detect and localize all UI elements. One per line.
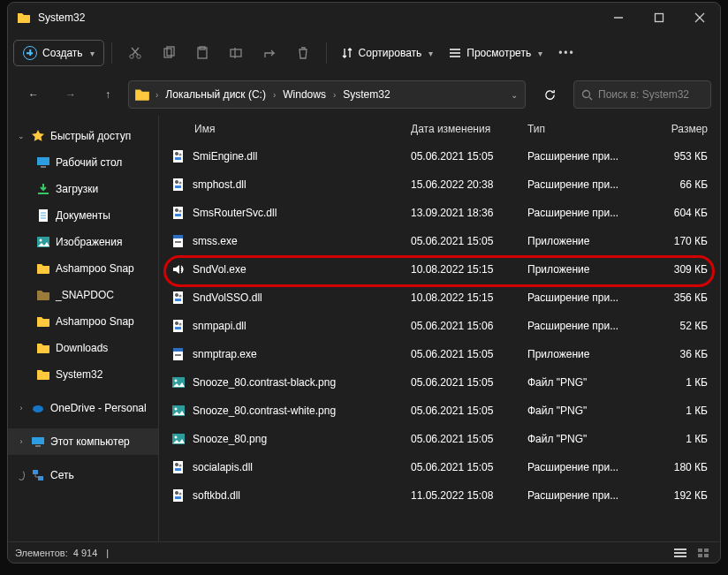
up-button[interactable]: ↑ [91, 79, 125, 110]
breadcrumb[interactable]: › Локальный диск (C:) › Windows › System… [128, 80, 526, 109]
file-name: SmsRouterSvc.dll [193, 207, 277, 219]
file-name: snmptrap.exe [193, 348, 257, 360]
file-name: SndVolSSO.dll [193, 291, 262, 304]
col-name[interactable]: Имя [159, 123, 411, 135]
new-button[interactable]: Создать ▾ [13, 40, 104, 66]
chevron-down-icon[interactable]: ⌄ [17, 132, 26, 140]
sidebar-onedrive[interactable]: › OneDrive - Personal [8, 395, 158, 421]
sidebar-network[interactable]: Сеть [8, 462, 158, 488]
forward-button[interactable]: → [54, 79, 87, 110]
copy-button[interactable] [153, 39, 185, 67]
file-name: smss.exe [193, 235, 238, 247]
cloud-icon [31, 401, 45, 415]
file-row[interactable]: SndVol.exe10.08.2022 15:15Приложение309 … [159, 255, 720, 284]
delete-button[interactable] [287, 39, 319, 67]
minimize-button[interactable] [598, 3, 639, 33]
file-row[interactable]: snmpapi.dll05.06.2021 15:06Расширение пр… [159, 312, 720, 340]
more-button[interactable]: ••• [551, 39, 582, 67]
chevron-down-icon[interactable]: ⌄ [511, 90, 518, 100]
file-date: 11.05.2022 15:08 [411, 489, 527, 502]
file-row[interactable]: softkbd.dll11.05.2022 15:08Расширение пр… [159, 481, 720, 510]
column-headers[interactable]: Имя Дата изменения Тип Размер [159, 116, 720, 142]
thumbnails-view-button[interactable] [694, 545, 713, 561]
svg-rect-74 [674, 552, 686, 554]
svg-rect-49 [175, 299, 181, 301]
svg-point-72 [179, 493, 182, 496]
paste-button[interactable] [186, 39, 218, 67]
chevron-down-icon: ▾ [428, 49, 433, 58]
maximize-button[interactable] [639, 3, 679, 33]
svg-point-50 [175, 293, 178, 297]
status-bar: Элементов: 4 914 | [8, 541, 720, 563]
share-button[interactable] [254, 39, 285, 67]
svg-point-55 [179, 323, 182, 326]
file-row[interactable]: smphost.dll15.06.2022 20:38Расширение пр… [159, 170, 720, 199]
chevron-right-icon[interactable]: › [17, 437, 26, 446]
file-type: Файл "PNG" [527, 376, 644, 389]
file-date: 05.06.2021 15:06 [411, 320, 527, 332]
file-row[interactable]: Snooze_80.contrast-black.png05.06.2021 1… [159, 368, 720, 397]
file-row[interactable]: SmsRouterSvc.dll13.09.2021 18:36Расширен… [159, 199, 720, 227]
refresh-button[interactable] [533, 79, 566, 110]
svg-rect-12 [231, 49, 241, 57]
chevron-right-icon[interactable]: › [17, 404, 26, 412]
breadcrumb-item[interactable]: Локальный диск (C:) [160, 88, 271, 101]
file-type: Файл "PNG" [527, 405, 644, 417]
sidebar-quick-access[interactable]: ⌄ Быстрый доступ [8, 123, 158, 149]
file-row[interactable]: snmptrap.exe05.06.2021 15:05Приложение36… [159, 340, 720, 368]
sidebar-item[interactable]: System32 [8, 361, 158, 388]
back-button[interactable]: ← [17, 79, 50, 110]
file-rows: SmiEngine.dll05.06.2021 15:05Расширение … [159, 142, 720, 541]
title-bar: System32 [8, 3, 720, 33]
search-input[interactable]: Поиск в: System32 [573, 80, 711, 109]
svg-rect-75 [674, 556, 686, 557]
col-size[interactable]: Размер [644, 123, 708, 135]
sort-button[interactable]: Сортировать ▾ [334, 39, 441, 67]
file-date: 05.06.2021 15:05 [411, 235, 527, 247]
file-size: 52 КБ [644, 320, 708, 332]
view-button[interactable]: Просмотреть ▾ [442, 39, 550, 67]
svg-point-36 [179, 154, 182, 156]
sidebar-item[interactable]: Ashampoo Snap [8, 308, 158, 335]
file-type: Расширение при... [527, 207, 644, 219]
loading-icon [17, 469, 26, 481]
file-size: 66 КБ [644, 178, 708, 191]
svg-point-64 [175, 436, 178, 439]
file-date: 05.06.2021 15:05 [411, 150, 527, 163]
sidebar-this-pc[interactable]: › Этот компьютер [8, 428, 158, 455]
sidebar-item[interactable]: Изображения [8, 229, 158, 255]
file-size: 1 КБ [644, 433, 708, 445]
svg-rect-58 [175, 354, 181, 356]
file-row[interactable]: smss.exe05.06.2021 15:05Приложение170 КБ [159, 227, 720, 255]
file-row[interactable]: SmiEngine.dll05.06.2021 15:05Расширение … [159, 142, 720, 170]
file-row[interactable]: socialapis.dll05.06.2021 15:05Расширение… [159, 453, 720, 481]
sidebar-item[interactable]: Ashampoo Snap [8, 255, 158, 282]
details-view-button[interactable] [671, 545, 690, 561]
sidebar-item[interactable]: Загрузки [8, 176, 158, 202]
file-row[interactable]: Snooze_80.png05.06.2021 15:05Файл "PNG"1… [159, 425, 720, 453]
rename-button[interactable] [220, 39, 252, 67]
plus-icon [23, 46, 37, 60]
col-type[interactable]: Тип [527, 123, 644, 135]
file-date: 05.06.2021 15:05 [411, 433, 527, 445]
breadcrumb-item[interactable]: Windows [277, 88, 331, 101]
sidebar-item-label: Ashampoo Snap [56, 315, 134, 328]
sidebar-item[interactable]: Downloads [8, 335, 158, 361]
file-type: Расширение при... [527, 320, 644, 332]
file-name: smphost.dll [193, 178, 246, 191]
sidebar-item[interactable]: _SNAPDOC [8, 282, 158, 308]
file-size: 170 КБ [644, 235, 708, 247]
breadcrumb-item[interactable]: System32 [337, 88, 395, 101]
file-row[interactable]: SndVolSSO.dll10.08.2022 15:15Расширение … [159, 284, 720, 312]
close-button[interactable] [679, 3, 720, 33]
svg-rect-52 [173, 320, 183, 332]
file-size: 356 КБ [644, 291, 708, 304]
sidebar-item[interactable]: Документы [8, 202, 158, 229]
sidebar-item-label: Этот компьютер [50, 435, 130, 448]
window-title: System32 [38, 11, 598, 24]
cut-button[interactable] [119, 39, 151, 67]
file-row[interactable]: Snooze_80.contrast-white.png05.06.2021 1… [159, 397, 720, 425]
sidebar-item[interactable]: Рабочий стол [8, 149, 158, 176]
col-date[interactable]: Дата изменения [411, 123, 527, 135]
folder-icon [17, 11, 31, 25]
